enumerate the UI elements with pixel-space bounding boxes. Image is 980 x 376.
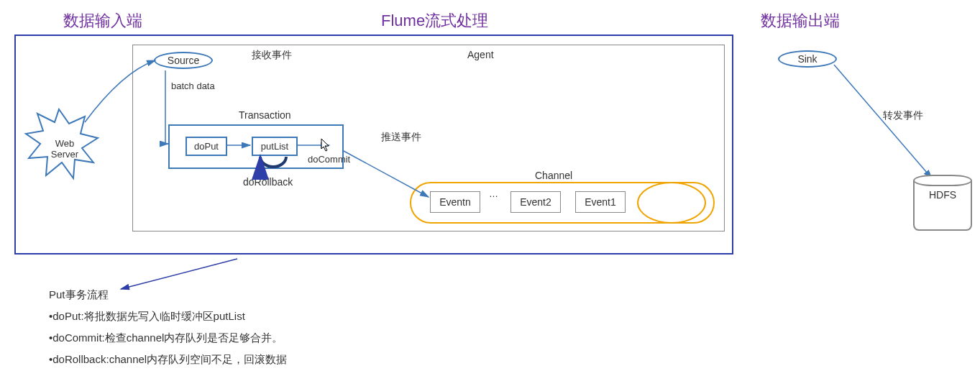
forward-label: 转发事件 xyxy=(883,109,923,122)
agent-label: Agent xyxy=(467,49,494,60)
push-label: 推送事件 xyxy=(381,131,421,144)
doput-box: doPut xyxy=(186,137,227,156)
event-dots: … xyxy=(489,188,498,199)
header-center: Flume流式处理 xyxy=(381,10,488,32)
notes-block: Put事务流程 •doPut:将批数据先写入临时缓冲区putList •doCo… xyxy=(49,284,287,370)
event-n: Eventn xyxy=(430,191,480,213)
batch-label: batch data xyxy=(171,81,215,91)
channel-tail xyxy=(637,182,706,224)
notes-line-3: •doRollback:channel内存队列空间不足，回滚数据 xyxy=(49,349,287,370)
hdfs-cylinder: HDFS xyxy=(913,180,972,231)
notes-line-2: •doCommit:检查channel内存队列是否足够合并。 xyxy=(49,327,287,349)
event-1: Event1 xyxy=(575,191,626,213)
header-output: 数据输出端 xyxy=(761,10,840,32)
txn-title: Transaction xyxy=(239,109,291,121)
hdfs-top xyxy=(913,175,972,186)
notes-title: Put事务流程 xyxy=(49,284,287,306)
event-2: Event2 xyxy=(510,191,561,213)
receive-label: 接收事件 xyxy=(252,49,292,62)
docommit-label: doCommit xyxy=(308,154,350,165)
putlist-box: putList xyxy=(252,137,298,156)
sink-node: Sink xyxy=(778,50,837,68)
source-node: Source xyxy=(154,52,213,69)
notes-line-1: •doPut:将批数据先写入临时缓冲区putList xyxy=(49,306,287,327)
channel-label: Channel xyxy=(535,170,572,181)
header-input: 数据输入端 xyxy=(63,10,142,32)
webserver-label: WebServer xyxy=(45,138,85,160)
dorollback-label: doRollback xyxy=(243,176,293,188)
